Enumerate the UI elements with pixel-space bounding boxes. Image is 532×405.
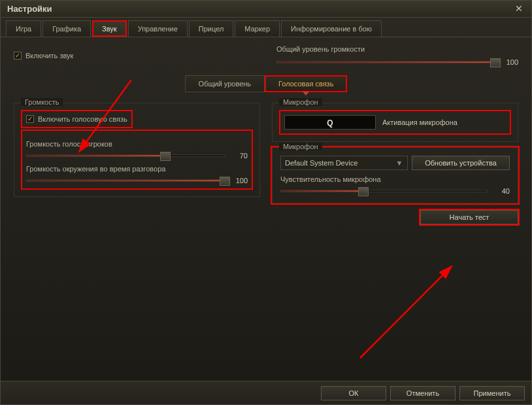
ptt-key-input[interactable]: Q xyxy=(284,115,376,130)
tab-graphics[interactable]: Графика xyxy=(42,20,91,37)
mic-device-selected: Default System Device xyxy=(285,159,357,167)
player-voice-volume-slider[interactable] xyxy=(26,154,225,157)
settings-window: Настройки ✕ Игра Графика Звук Управление… xyxy=(0,0,532,405)
content-pane: Включить звук Общий уровень громкости 10… xyxy=(1,37,531,378)
ambient-volume-slider[interactable] xyxy=(26,179,225,182)
chevron-down-icon: ▼ xyxy=(395,159,403,167)
main-tabbar: Игра Графика Звук Управление Прицел Марк… xyxy=(1,18,531,37)
mic-sensitivity-label: Чувствительность микрофона xyxy=(280,175,510,183)
ambient-volume-value: 100 xyxy=(231,177,248,185)
enable-sound-label: Включить звук xyxy=(25,52,73,60)
enable-sound-checkbox[interactable] xyxy=(14,52,22,60)
mic-device-fieldset: Микрофон Default System Device ▼ Обновит… xyxy=(272,147,518,203)
sound-subtabs: Общий уровень Голосовая связь xyxy=(14,75,518,92)
svg-line-1 xyxy=(360,266,452,358)
tab-marker[interactable]: Маркер xyxy=(235,20,280,37)
mic-device-legend: Микрофон xyxy=(279,143,322,150)
master-volume-label: Общий уровень громкости xyxy=(276,45,518,53)
enable-voice-row: Включить голосовую связь xyxy=(22,111,131,127)
subtab-voice[interactable]: Голосовая связь xyxy=(265,75,347,92)
master-volume-slider[interactable] xyxy=(276,61,496,63)
start-test-button[interactable]: Начать тест xyxy=(420,210,518,224)
master-volume-value: 100 xyxy=(501,58,518,66)
refresh-devices-button[interactable]: Обновить устройства xyxy=(412,156,510,170)
titlebar: Настройки ✕ xyxy=(1,1,531,18)
mic-device-select[interactable]: Default System Device ▼ xyxy=(280,156,408,170)
tab-battlelog[interactable]: Информирование в бою xyxy=(281,20,382,37)
player-voice-volume-value: 70 xyxy=(231,152,248,160)
mic-sensitivity-slider[interactable] xyxy=(280,190,488,192)
mic-sensitivity-value: 40 xyxy=(493,187,510,195)
ambient-volume-label: Громкость окружения во время разговора xyxy=(26,165,248,173)
tab-controls[interactable]: Управление xyxy=(128,20,188,37)
enable-sound-row: Включить звук xyxy=(14,52,73,60)
tab-game[interactable]: Игра xyxy=(6,20,41,37)
enable-voice-checkbox[interactable] xyxy=(26,115,34,123)
tab-aim[interactable]: Прицел xyxy=(189,20,234,37)
enable-voice-label: Включить голосовую связь xyxy=(38,115,127,123)
ok-button[interactable]: ОК xyxy=(321,386,386,400)
window-title: Настройки xyxy=(7,4,52,14)
close-icon[interactable]: ✕ xyxy=(513,3,525,15)
apply-button[interactable]: Применить xyxy=(459,386,525,400)
ptt-label: Активация микрофона xyxy=(382,118,457,126)
mic-activation-fieldset: Микрофон Q Активация микрофона xyxy=(272,103,518,142)
cancel-button[interactable]: Отменить xyxy=(390,386,456,400)
tab-sound[interactable]: Звук xyxy=(92,20,127,37)
mic-activation-legend: Микрофон xyxy=(279,98,322,106)
volume-fieldset: Громкость Включить голосовую связь Громк… xyxy=(14,103,260,197)
volume-legend: Громкость xyxy=(21,98,63,106)
subtab-general[interactable]: Общий уровень xyxy=(185,75,265,92)
footer: ОК Отменить Применить xyxy=(1,381,531,404)
annotation-arrow xyxy=(354,260,465,364)
player-voice-volume-label: Громкость голоса игроков xyxy=(26,140,248,148)
